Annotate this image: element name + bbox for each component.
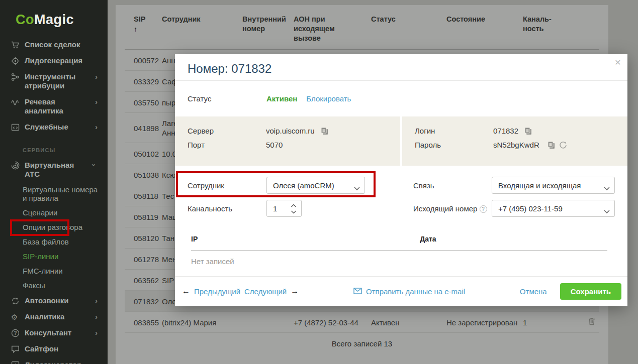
sidebar-subitem-link[interactable]: База файлов — [0, 234, 108, 249]
link-type-label: Связь — [413, 181, 434, 190]
server-value: voip.uiscom.ru — [266, 127, 315, 135]
sidebar-item-consultant[interactable]: ? Консультант › — [0, 325, 108, 341]
help-icon[interactable]: ? — [480, 205, 487, 213]
code-window-icon — [11, 123, 20, 132]
regenerate-password-icon[interactable] — [559, 141, 567, 149]
login-value: 071832 — [493, 127, 518, 135]
arrow-right-icon: → — [291, 287, 299, 296]
sidebar-item-label: Служебные — [25, 123, 81, 132]
connection-panel: Сервер voip.uiscom.ru Порт 5070 Логин 07… — [175, 116, 627, 166]
sidebar-item-speech-analytics[interactable]: Речевая аналитика › — [0, 94, 108, 119]
chevron-right-icon: › — [95, 313, 98, 320]
connection-right: Логин 071832 Пароль sN52bgKwdR — [402, 116, 627, 166]
chevron-down-icon — [604, 184, 610, 192]
annotation-box-employee-row — [176, 171, 376, 197]
prev-record-link[interactable]: Предыдущий — [194, 287, 240, 296]
ip-history-table: IP Дата Нет записей — [191, 235, 607, 266]
close-icon[interactable]: × — [615, 56, 621, 68]
annotation-box-sip-lines — [10, 219, 69, 236]
sidebar-item-label: Лидогенератор — [25, 360, 95, 364]
sidebar-item-leadgen[interactable]: Лидогенерация — [0, 53, 108, 69]
record-nav: ← Предыдущий Следующий → — [182, 287, 299, 296]
cancel-link[interactable]: Отмена — [520, 287, 547, 296]
arrow-left-icon: ← — [182, 287, 190, 296]
sidebar-item-label: Сайтфон — [25, 344, 71, 353]
attribution-icon — [11, 73, 20, 81]
sidebar-item-label: Лидогенерация — [25, 56, 96, 65]
password-label: Пароль — [415, 141, 493, 149]
signal-icon — [11, 161, 20, 170]
sidebar-item-autocalls[interactable]: Автозвонки › — [0, 293, 108, 309]
server-label: Сервер — [188, 127, 266, 135]
logo-co: Co — [16, 12, 34, 27]
sidebar-item-label: Список сделок — [25, 40, 94, 49]
sidebar-item-sitephone[interactable]: Сайтфон — [0, 341, 108, 357]
sidebar-item-attribution[interactable]: Инструменты атрибуции › — [0, 69, 108, 94]
status-active-value[interactable]: Активен — [266, 94, 297, 103]
sidebar-nav: Список сделок Лидогенерация Инструменты … — [0, 37, 108, 364]
outgoing-number-select[interactable]: +7 (495) 023-11-59 — [492, 200, 615, 217]
login-label: Логин — [415, 127, 493, 135]
copy-icon[interactable] — [321, 127, 328, 135]
sidebar-subitem-active[interactable]: SIP-линии — [0, 249, 108, 264]
sidebar-item-analytics[interactable]: ⚙ Аналитика › — [0, 309, 108, 325]
sidebar-subitem-link[interactable]: Виртуальные номера и правила — [0, 182, 108, 205]
empty-records-text: Нет записей — [191, 251, 607, 266]
sidebar-item-service[interactable]: Служебные › — [0, 119, 108, 135]
sidebar-item-label: Консультант — [25, 328, 84, 337]
gear-icon: ⚙ — [11, 313, 20, 321]
sidebar-item-deals[interactable]: Список сделок — [0, 37, 108, 53]
sidebar-item-virtual-pbx[interactable]: Виртуальная АТС › — [0, 157, 108, 182]
envelope-icon — [353, 287, 362, 296]
chevron-down-icon: › — [90, 164, 98, 166]
comagic-logo: CoMagic — [16, 12, 108, 28]
link-type-select[interactable]: Входящая и исходящая — [492, 177, 615, 194]
question-icon: ? — [11, 329, 20, 337]
channels-value: 1 — [273, 204, 277, 213]
port-label: Порт — [188, 141, 266, 149]
sidebar-vats-submenu: Виртуальные номера и правилаСценарииОпци… — [0, 182, 108, 293]
password-row: Пароль sN52bgKwdR — [415, 141, 627, 149]
sidebar-item-label: Аналитика — [25, 312, 77, 321]
svg-text:?: ? — [14, 330, 17, 336]
chevron-right-icon: › — [95, 297, 98, 304]
save-button[interactable]: Сохранить — [560, 283, 621, 300]
ip-column-header: IP — [191, 235, 198, 243]
dialog-title: Номер: 071832 — [188, 62, 271, 76]
password-value: sN52bgKwdR — [493, 141, 539, 149]
stepper-down-icon[interactable] — [291, 210, 298, 214]
status-row: Статус Активен Блокировать — [175, 81, 627, 116]
port-row: Порт 5070 — [188, 141, 400, 149]
sidebar-subitem-link[interactable]: FMC-линии — [0, 264, 108, 278]
sidebar-item-leadgenerator[interactable]: Лидогенератор — [0, 357, 108, 364]
stepper-up-icon[interactable] — [291, 204, 298, 208]
logo-magic: Magic — [34, 12, 74, 27]
sidebar-item-label: Инструменты атрибуции — [25, 72, 101, 90]
copy-icon[interactable] — [524, 127, 532, 135]
connection-left: Сервер voip.uiscom.ru Порт 5070 — [175, 116, 400, 166]
chat-icon — [11, 345, 20, 353]
target-icon — [11, 57, 20, 65]
sidebar-section-services: СЕРВИСЫ — [23, 147, 108, 153]
channels-stepper[interactable]: 1 — [266, 200, 302, 217]
autodial-icon — [11, 297, 20, 305]
block-link[interactable]: Блокировать — [306, 94, 351, 103]
copy-icon[interactable] — [548, 141, 555, 149]
cart-icon — [11, 41, 20, 49]
send-email-link: Отправить данные на e-mail — [366, 287, 465, 296]
wave-icon — [11, 98, 20, 106]
date-column-header: Дата — [420, 235, 436, 243]
link-type-value: Входящая и исходящая — [498, 181, 581, 190]
login-row: Логин 071832 — [415, 127, 627, 135]
sidebar-subitem-link[interactable]: Сценарии — [0, 205, 108, 220]
chevron-right-icon: › — [95, 123, 98, 131]
bolt-icon — [11, 361, 20, 364]
ip-table-header: IP Дата — [191, 235, 607, 251]
sidebar-item-label: Автозвонки — [25, 296, 81, 305]
send-email-action[interactable]: Отправить данные на e-mail — [299, 287, 520, 296]
server-row: Сервер voip.uiscom.ru — [188, 127, 400, 135]
sidebar: CoMagic Список сделок Лидогенерация Инст… — [0, 0, 108, 364]
port-value: 5070 — [266, 141, 283, 149]
sidebar-subitem-link[interactable]: Факсы — [0, 278, 108, 293]
next-record-link[interactable]: Следующий — [244, 287, 287, 296]
